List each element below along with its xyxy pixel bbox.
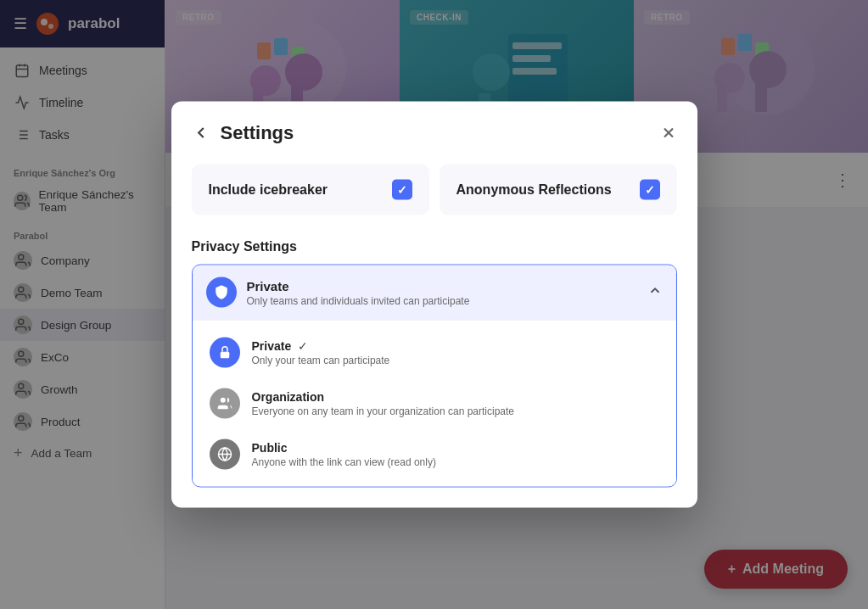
svg-point-47	[220, 288, 222, 290]
public-option-subtitle: Anyone with the link can view (read only…	[252, 456, 436, 468]
include-icebreaker-checkbox[interactable]: ✓	[392, 180, 412, 200]
public-option-text: Public Anyone with the link can view (re…	[252, 441, 436, 468]
organization-option-title: Organization	[252, 390, 515, 404]
private-icon-circle	[210, 338, 240, 368]
privacy-selected-text: Private Only teams and individuals invit…	[247, 278, 470, 306]
public-option-title: Public	[252, 441, 436, 455]
include-icebreaker-label: Include icebreaker	[209, 182, 328, 198]
anonymous-reflections-checkbox[interactable]: ✓	[640, 180, 660, 200]
settings-modal: Settings Include icebreaker ✓ Anonymous …	[171, 102, 697, 508]
private-option-title: Private	[252, 339, 292, 353]
privacy-selected-subtitle: Only teams and individuals invited can p…	[247, 294, 470, 306]
privacy-header[interactable]: Private Only teams and individuals invit…	[193, 265, 676, 320]
svg-point-49	[220, 398, 225, 403]
privacy-chevron-up-icon	[647, 282, 663, 302]
include-icebreaker-card[interactable]: Include icebreaker ✓	[192, 165, 429, 215]
privacy-option-private[interactable]: Private ✓ Only your team can participate	[193, 327, 676, 378]
organization-option-text: Organization Everyone on any team in you…	[252, 390, 515, 417]
modal-close-button[interactable]	[660, 125, 677, 142]
organization-option-subtitle: Everyone on any team in your organizatio…	[252, 405, 515, 417]
organization-icon-circle	[210, 388, 240, 419]
modal-back-button[interactable]	[192, 124, 210, 142]
toggle-options-row: Include icebreaker ✓ Anonymous Reflectio…	[192, 165, 677, 215]
private-option-text: Private ✓ Only your team can participate	[252, 339, 390, 366]
private-check-mark: ✓	[298, 339, 308, 353]
privacy-selected-icon	[206, 277, 237, 308]
checkbox-check-icebreaker: ✓	[397, 183, 407, 197]
anonymous-reflections-card[interactable]: Anonymous Reflections ✓	[440, 165, 677, 215]
anonymous-reflections-label: Anonymous Reflections	[456, 182, 612, 198]
svg-rect-46	[219, 291, 223, 295]
private-option-subtitle: Only your team can participate	[252, 355, 390, 366]
modal-header: Settings	[192, 122, 677, 144]
svg-rect-48	[220, 352, 229, 359]
privacy-dropdown: Private ✓ Only your team can participate…	[193, 320, 676, 487]
modal-title: Settings	[221, 122, 650, 144]
privacy-selected-title: Private	[247, 278, 470, 293]
privacy-option-organization[interactable]: Organization Everyone on any team in you…	[193, 378, 676, 429]
privacy-settings-label: Privacy Settings	[192, 239, 677, 254]
privacy-option-public[interactable]: Public Anyone with the link can view (re…	[193, 429, 676, 480]
checkbox-check-anonymous: ✓	[645, 183, 655, 197]
public-icon-circle	[210, 439, 240, 470]
privacy-settings-card: Private Only teams and individuals invit…	[192, 265, 677, 488]
